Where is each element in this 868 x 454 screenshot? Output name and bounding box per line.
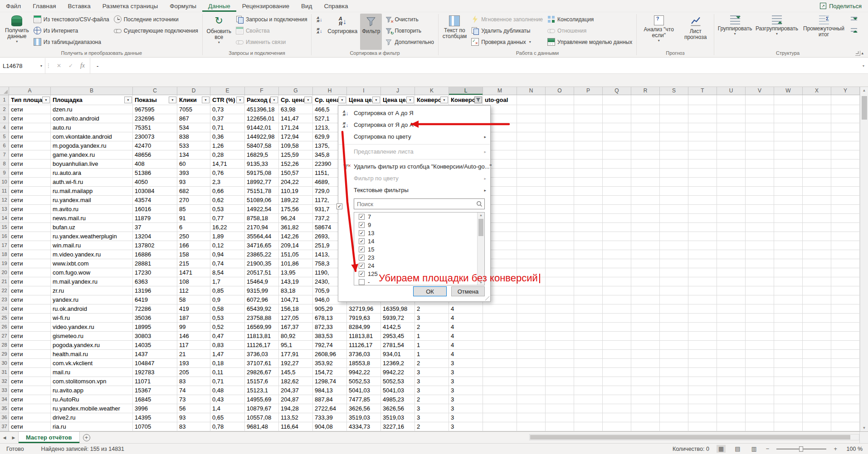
row-header-26[interactable]: 26 (0, 323, 9, 332)
cell-O37[interactable] (546, 422, 574, 431)
cell-Y8[interactable] (831, 159, 860, 169)
data-validation-button[interactable]: Проверка данных ▾ (469, 36, 545, 48)
cell-W24[interactable] (774, 304, 803, 314)
cell-J34[interactable]: 4985,23 (381, 395, 415, 404)
cell-R37[interactable] (631, 422, 660, 431)
cell-X17[interactable] (803, 241, 831, 250)
cell-E25[interactable]: 0,53 (210, 314, 245, 323)
cell-E27[interactable]: 0,47 (210, 332, 245, 341)
cell-K29[interactable]: 1 (415, 350, 449, 359)
cancel-entry-icon[interactable]: ✕ (54, 63, 64, 69)
cell-T8[interactable] (688, 159, 717, 169)
tab-home[interactable]: Главная (27, 0, 62, 12)
cell-V35[interactable] (746, 404, 774, 413)
cell-E22[interactable]: 0,85 (210, 286, 245, 295)
from-text-csv-button[interactable]: Из текстового/CSV-файла (32, 14, 111, 25)
cell-J35[interactable]: 3626,56 (381, 404, 415, 413)
row-header-10[interactable]: 10 (0, 178, 9, 187)
cell-K24[interactable]: 2 (415, 304, 449, 314)
cell-C24[interactable]: 72286 (133, 304, 177, 314)
cell-G27[interactable]: 80,92 (279, 332, 313, 341)
cell-Q21[interactable] (603, 277, 631, 286)
cell-B26[interactable]: video.yandex.ru (51, 323, 133, 332)
row-header-21[interactable]: 21 (0, 277, 9, 286)
cell-N23[interactable] (517, 295, 546, 304)
cell-P12[interactable] (574, 196, 603, 205)
cell-A16[interactable]: сети (9, 232, 51, 241)
cell-D24[interactable]: 419 (177, 304, 210, 314)
cell-U22[interactable] (717, 286, 746, 295)
cell-O11[interactable] (546, 187, 574, 196)
cell-C17[interactable]: 137802 (133, 241, 177, 250)
cell-C20[interactable]: 17230 (133, 268, 177, 277)
cell-S11[interactable] (660, 187, 688, 196)
cell-T24[interactable] (688, 304, 717, 314)
row-header-33[interactable]: 33 (0, 386, 9, 395)
cell-D26[interactable]: 99 (177, 323, 210, 332)
cell-F24[interactable]: 65439,92 (245, 304, 279, 314)
cell-N7[interactable] (517, 150, 546, 159)
filter-search-input[interactable] (354, 198, 485, 209)
cell-U13[interactable] (717, 205, 746, 214)
cell-R30[interactable] (631, 359, 660, 368)
cell-R24[interactable] (631, 304, 660, 314)
cell-E33[interactable]: 0,48 (210, 386, 245, 395)
cell-D37[interactable]: 83 (177, 422, 210, 431)
cell-E5[interactable]: 0,36 (210, 132, 245, 141)
cell-S20[interactable] (660, 268, 688, 277)
cell-Q26[interactable] (603, 323, 631, 332)
cell-D28[interactable]: 117 (177, 341, 210, 350)
cell-O24[interactable] (546, 304, 574, 314)
cell-Q32[interactable] (603, 377, 631, 386)
cell-Y18[interactable] (831, 250, 860, 259)
cell-Q16[interactable] (603, 232, 631, 241)
queries-connections-button[interactable]: Запросы и подключения (234, 14, 309, 25)
cell-W13[interactable] (774, 205, 803, 214)
cell-T29[interactable] (688, 350, 717, 359)
cell-E2[interactable]: 0,73 (210, 105, 245, 114)
tab-view[interactable]: Вид (295, 0, 318, 12)
cell-O7[interactable] (546, 150, 574, 159)
cell-A26[interactable]: сети (9, 323, 51, 332)
column-header-M[interactable]: M (483, 87, 517, 95)
cell-E15[interactable]: 16,22 (210, 223, 245, 232)
header-cell-I[interactable]: Цена цели▼ (347, 95, 381, 105)
filter-button[interactable]: Фильтр (360, 14, 382, 50)
cell-A18[interactable]: сети (9, 250, 51, 259)
row-header-2[interactable]: 2 (0, 105, 9, 114)
cell-X24[interactable] (803, 304, 831, 314)
cell-L24[interactable]: 4 (449, 304, 483, 314)
header-cell-M[interactable]: uto-goal: Form submission (483, 95, 517, 105)
cell-N16[interactable] (517, 232, 546, 241)
scroll-up-icon[interactable]: ▲ (863, 88, 866, 92)
menu-clear-filter[interactable]: ✕ Удалить фильтр из столбца "Конверсии/A… (338, 161, 490, 173)
cell-E20[interactable]: 8,54 (210, 268, 245, 277)
filter-value-7[interactable]: ✓7 (354, 213, 477, 221)
cell-X25[interactable] (803, 314, 831, 323)
column-header-U[interactable]: U (717, 87, 746, 95)
cell-R19[interactable] (631, 259, 660, 268)
cell-U23[interactable] (717, 295, 746, 304)
from-table-range-button[interactable]: Из таблицы/диапазона (32, 36, 111, 48)
cell-F18[interactable]: 23865,22 (245, 250, 279, 259)
cell-T30[interactable] (688, 359, 717, 368)
cell-X8[interactable] (803, 159, 831, 169)
cell-G21[interactable]: 143,19 (279, 277, 313, 286)
cell-K33[interactable]: 3 (415, 386, 449, 395)
cell-S22[interactable] (660, 286, 688, 295)
cell-N33[interactable] (517, 386, 546, 395)
cell-G11[interactable]: 110,19 (279, 187, 313, 196)
cell-X27[interactable] (803, 332, 831, 341)
cell-N37[interactable] (517, 422, 546, 431)
reapply-filter-button[interactable]: ↻ Повторить (383, 25, 435, 36)
column-header-O[interactable]: O (546, 87, 574, 95)
cell-W30[interactable] (774, 359, 803, 368)
cell-O15[interactable] (546, 223, 574, 232)
cell-T3[interactable] (688, 114, 717, 123)
cell-O25[interactable] (546, 314, 574, 323)
cell-S16[interactable] (660, 232, 688, 241)
header-cell-G[interactable]: Ср. цена к▼ (279, 95, 313, 105)
cell-L30[interactable]: 3 (449, 359, 483, 368)
cell-R34[interactable] (631, 395, 660, 404)
formula-bar-splitter[interactable]: ⋮ (45, 58, 52, 73)
